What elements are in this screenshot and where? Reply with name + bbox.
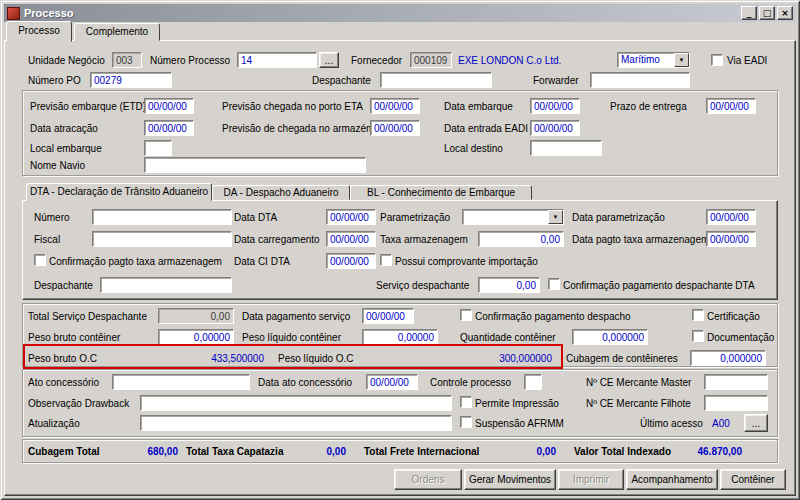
numero-processo-browse-button[interactable]: ... [319, 52, 339, 68]
gerar-movimentos-button[interactable]: Gerar Movimentos [464, 469, 556, 490]
previsao-chegada-porto-field[interactable] [370, 98, 420, 114]
fornecedor-label: Fornecedor [351, 55, 402, 67]
controle-processo-field[interactable] [524, 374, 542, 390]
data-entrada-eadi-label: Data entrada EADI [444, 123, 528, 135]
forwarder-label: Forwarder [533, 75, 579, 87]
servico-despachante-label: Serviço despachante [376, 280, 469, 292]
chevron-down-icon[interactable]: ▼ [674, 53, 689, 67]
unidade-negocio-label: Unidade Negócio [28, 55, 105, 67]
atualizacao-field[interactable] [140, 415, 452, 431]
peso-bruto-conteiner-label: Peso bruto contêiner [28, 332, 120, 344]
cubagem-total-value: 680,00 [112, 446, 178, 458]
via-eadi-label: Via EADI [727, 55, 767, 67]
dta-despachante-field[interactable] [100, 277, 232, 293]
prazo-entrega-field[interactable] [706, 98, 756, 114]
taxa-armazenagem-field[interactable] [478, 231, 564, 247]
local-embarque-field[interactable] [144, 140, 172, 156]
dta-numero-label: Número [34, 212, 70, 224]
ce-mercante-filhote-field[interactable] [704, 395, 768, 411]
maximize-icon[interactable]: □ [759, 6, 775, 20]
fiscal-field[interactable] [92, 231, 232, 247]
modal-combobox-value: Marítimo [618, 53, 674, 67]
permite-impressao-checkbox[interactable] [460, 396, 472, 408]
dta-numero-field[interactable] [92, 209, 232, 225]
inner-tab-dta[interactable]: DTA - Declaração de Trânsito Aduaneiro [26, 183, 212, 201]
servico-despachante-field[interactable] [478, 277, 540, 293]
data-dta-label: Data DTA [234, 212, 277, 224]
possui-comprovante-label: Possui comprovante importação [395, 256, 538, 268]
previsao-embarque-field[interactable] [144, 98, 194, 114]
imprimir-button: Imprimir [558, 469, 624, 490]
observacao-drawback-field[interactable] [140, 395, 452, 411]
confirmacao-pag-despacho-checkbox[interactable] [460, 309, 472, 321]
data-pagto-taxa-field[interactable] [706, 231, 756, 247]
documentacao-label: Documentação [707, 332, 774, 344]
title-bar: Processo _ □ × [4, 4, 796, 22]
data-embarque-field[interactable] [530, 98, 580, 114]
data-pagamento-servico-label: Data pagamento serviço [242, 311, 350, 323]
tab-complemento[interactable]: Complemento [74, 23, 160, 41]
previsao-embarque-label: Previsão embarque (ETD) [30, 101, 146, 113]
ultimo-acesso-browse-button[interactable]: ... [744, 414, 768, 432]
numero-po-field[interactable] [90, 72, 172, 88]
inner-tab-bl[interactable]: BL - Conhecimento de Embarque [350, 185, 532, 200]
confirmacao-pag-despachante-dta-label: Confirmação pagamento despachante DTA [563, 280, 755, 292]
certificacao-label: Certificação [707, 311, 760, 323]
peso-bruto-conteiner-field[interactable] [158, 329, 234, 345]
data-atracacao-field[interactable] [144, 120, 194, 136]
documentacao-checkbox[interactable] [692, 330, 704, 342]
taxa-armazenagem-label: Taxa armazenagem [380, 234, 468, 246]
local-destino-label: Local destino [444, 143, 503, 155]
local-destino-field[interactable] [530, 140, 602, 156]
data-ci-dta-label: Data CI DTA [234, 256, 290, 268]
cubagem-conteineres-field[interactable] [690, 350, 766, 366]
close-icon[interactable]: × [777, 6, 793, 20]
data-atracacao-label: Data atracação [30, 123, 98, 135]
quantidade-conteiner-field[interactable] [572, 329, 648, 345]
ultimo-acesso-label: Último acesso [640, 418, 703, 430]
ce-mercante-master-field[interactable] [704, 374, 768, 390]
certificacao-checkbox[interactable] [692, 309, 704, 321]
suspensao-afrmm-label: Suspensão AFRMM [475, 418, 564, 430]
data-pagamento-servico-field[interactable] [362, 308, 414, 324]
numero-processo-field[interactable] [237, 52, 317, 68]
tab-processo[interactable]: Processo [6, 21, 72, 42]
quantidade-conteiner-label: Quantidade contêiner [460, 332, 556, 344]
nome-navio-field[interactable] [144, 157, 366, 173]
data-ci-dta-field[interactable] [326, 253, 376, 269]
modal-combobox[interactable]: Marítimo ▼ [617, 52, 690, 68]
forwarder-field[interactable] [590, 72, 690, 88]
via-eadi-checkbox[interactable] [711, 54, 723, 66]
ato-concessorio-label: Ato concessório [28, 377, 99, 389]
data-carregamento-label: Data carregamento [234, 234, 320, 246]
data-dta-field[interactable] [326, 209, 376, 225]
parametrizacao-combobox[interactable]: ▼ [462, 209, 564, 225]
valor-total-indexado-value: 46.870,00 [676, 446, 742, 458]
confirmacao-pagto-taxa-checkbox[interactable] [34, 254, 46, 266]
peso-liquido-conteiner-label: Peso líquido contêiner [242, 332, 341, 344]
app-icon [7, 7, 20, 20]
total-frete-internacional-value: 0,00 [496, 446, 556, 458]
peso-liquido-oc-label: Peso líquido O.C [278, 353, 354, 365]
peso-liquido-conteiner-field[interactable] [362, 329, 438, 345]
window-title: Processo [24, 7, 739, 19]
data-carregamento-field[interactable] [326, 231, 376, 247]
peso-bruto-oc-value: 433,500000 [158, 353, 264, 365]
data-ato-concessorio-field[interactable] [366, 374, 418, 390]
despachante-field[interactable] [380, 72, 492, 88]
suspensao-afrmm-checkbox[interactable] [460, 416, 472, 428]
confirmacao-pag-despachante-dta-checkbox[interactable] [548, 278, 560, 290]
data-parametrizacao-field[interactable] [706, 209, 756, 225]
minimize-icon[interactable]: _ [741, 6, 757, 20]
acompanhamento-button[interactable]: Acompanhamento [626, 469, 718, 490]
local-embarque-label: Local embarque [30, 143, 102, 155]
total-servico-despachante-field [158, 308, 234, 324]
previsao-chegada-armazem-field[interactable] [370, 120, 420, 136]
data-entrada-eadi-field[interactable] [530, 120, 580, 136]
ato-concessorio-field[interactable] [112, 374, 250, 390]
conteiner-button[interactable]: Contêiner [720, 469, 786, 490]
inner-tab-da[interactable]: DA - Despacho Aduaneiro [212, 185, 350, 200]
possui-comprovante-checkbox[interactable] [380, 254, 392, 266]
chevron-down-icon[interactable]: ▼ [548, 210, 563, 224]
cubagem-conteineres-label: Cubagem de contêineres [566, 353, 678, 365]
